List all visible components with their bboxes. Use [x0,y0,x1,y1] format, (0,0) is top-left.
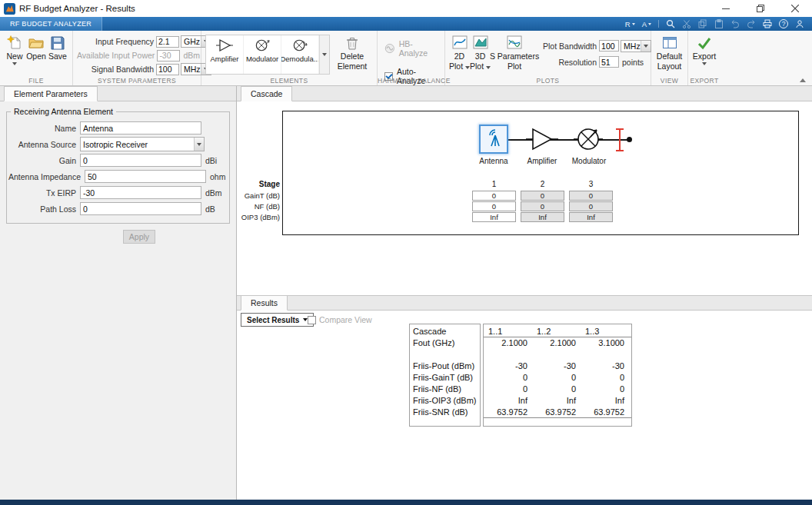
add-demodulator-button[interactable]: Demodula... [281,35,319,74]
tab-rf-budget-analyzer[interactable]: RF BUDGET ANALYZER [0,17,102,31]
redo-icon[interactable] [747,19,756,28]
stage-gaint-cell-1[interactable]: 0 [472,191,516,201]
minimize-button[interactable] [708,0,743,17]
path-loss-field[interactable] [80,202,201,215]
letter-A-dropdown-icon[interactable]: A [642,20,651,28]
name-field[interactable] [80,121,201,135]
open-button[interactable]: Open [25,33,47,61]
stage-gaint-cell-3[interactable]: 0 [569,191,613,201]
gaint-row-label: GainT (dB) [237,191,280,200]
ribbon-group-plots: 2D Plot 3D Plot S Parameters Plot Plot B… [445,31,651,85]
letter-R-dropdown-icon[interactable]: R [625,20,635,28]
results-cell: 63.9752 [581,407,629,417]
modulator-icon [254,38,271,52]
name-row: Name [8,120,226,136]
copy-icon[interactable] [698,19,707,28]
titlebar: RF Budget Analyzer - Results [0,0,812,17]
antenna-source-dropdown[interactable]: Isotropic Receiver [80,137,205,151]
user-account-icon[interactable] [795,19,804,28]
apply-button[interactable]: Apply [123,230,155,244]
group-label-view: VIEW [651,77,687,85]
oip3-row-label: OIP3 (dBm) [237,213,280,221]
results-row: 63.9752 63.9752 63.9752 [484,407,631,418]
results-row: 0 0 0 [484,372,631,384]
results-header-row: 1..1 1..2 1..3 [484,326,631,337]
plot-2d-button[interactable]: 2D Plot [449,33,470,71]
stage-oip3-cell-2[interactable]: Inf [521,212,564,222]
select-results-button[interactable]: Select Results [241,313,314,327]
antenna-block[interactable] [479,125,508,154]
help-icon[interactable]: ? [779,19,788,28]
tab-cascade[interactable]: Cascade [241,86,292,101]
plot-bandwidth-field[interactable] [599,40,619,51]
canvas-tabbar: Cascade [237,86,812,101]
open-folder-icon [28,35,44,51]
print-icon[interactable] [763,19,772,28]
tx-eirp-field[interactable] [80,186,201,199]
resolution-unit: points [622,58,644,67]
undo-icon[interactable] [730,19,740,28]
plot-bandwidth-row: Plot Bandwidth MHz [543,39,651,52]
group-label-elements: ELEMENTS [201,77,377,85]
results-cell: -30 [581,360,629,372]
modulator-block[interactable] [574,125,603,154]
quick-access-toolbar: R A ? [625,17,812,31]
group-label-file: FILE [0,77,72,85]
cascade-canvas[interactable]: Antenna Amplifier Modulator Stage 1 2 3 … [237,101,812,295]
gallery-expand-button[interactable] [319,35,329,74]
new-button[interactable]: New [4,33,25,65]
collapse-ribbon-icon[interactable] [800,78,806,82]
demodulator-icon [291,38,308,52]
results-row-labels: Cascade Fout (GHz) Friis-Pout (dBm) Frii… [409,324,481,427]
input-frequency-field[interactable] [156,36,179,48]
stage-gaint-cell-2[interactable]: 0 [521,191,564,201]
compare-view-checkbox[interactable] [308,316,316,324]
elements-gallery: Amplifier Modulator Demodula... [205,35,330,75]
antenna-impedance-field[interactable] [85,170,206,183]
signal-bandwidth-row: Signal Bandwidth MHz [77,62,211,76]
export-button[interactable]: Export [692,33,717,65]
maximize-restore-button[interactable] [743,0,777,17]
ribbon-group-view: Default Layout VIEW [651,31,688,85]
plot-2d-icon [452,35,468,51]
results-row-label: Friis-NF (dB) [410,384,480,395]
antenna-impedance-label: Antenna Impedance [8,172,81,181]
amplifier-block[interactable] [526,127,558,151]
stage-oip3-cell-3[interactable]: Inf [569,212,613,222]
stage-nf-cell-1[interactable]: 0 [472,201,516,211]
results-row-label: Friis-SNR (dB) [410,407,480,418]
tab-element-parameters[interactable]: Element Parameters [4,86,98,101]
cut-icon[interactable] [682,19,691,28]
ribbon-group-file: New Open Save FILE [0,31,73,85]
gain-row: Gain dBi [8,152,226,168]
results-row: -30 -30 -30 [484,360,631,372]
delete-element-button[interactable]: Delete Element [334,33,370,71]
close-button[interactable] [777,0,812,17]
available-input-power-field [157,50,180,61]
stage-nf-cell-2[interactable]: 0 [521,201,564,211]
amplifier-icon [216,38,233,52]
plot-bandwidth-unit-dropdown[interactable]: MHz [621,40,651,52]
add-amplifier-button[interactable]: Amplifier [206,35,244,74]
signal-bandwidth-field[interactable] [156,64,179,75]
s-parameters-plot-button[interactable]: S Parameters Plot [491,33,538,71]
search-icon[interactable] [666,19,675,28]
results-col-header: 1..3 [581,326,629,337]
new-document-icon [7,35,22,51]
compare-view-toggle[interactable]: Compare View [308,315,372,324]
add-modulator-button[interactable]: Modulator [244,35,281,74]
resolution-row: Resolution points [543,55,651,68]
plot-3d-button[interactable]: 3D Plot [470,33,491,71]
stage-nf-cell-3[interactable]: 0 [569,201,613,211]
stage-oip3-cell-1[interactable]: Inf [472,212,516,222]
save-button[interactable]: Save [47,33,68,61]
gain-field[interactable] [80,154,201,167]
results-cell: -30 [484,360,532,372]
results-tabbar: Results [237,295,812,311]
results-values-table: 1..1 1..2 1..3 2.1000 2.1000 3.1000 [483,324,632,427]
paste-icon[interactable] [714,19,724,28]
tab-results[interactable]: Results [241,295,288,311]
group-label-export: EXPORT [688,77,720,85]
default-layout-button[interactable]: Default Layout [655,33,684,71]
resolution-field[interactable] [599,56,619,68]
